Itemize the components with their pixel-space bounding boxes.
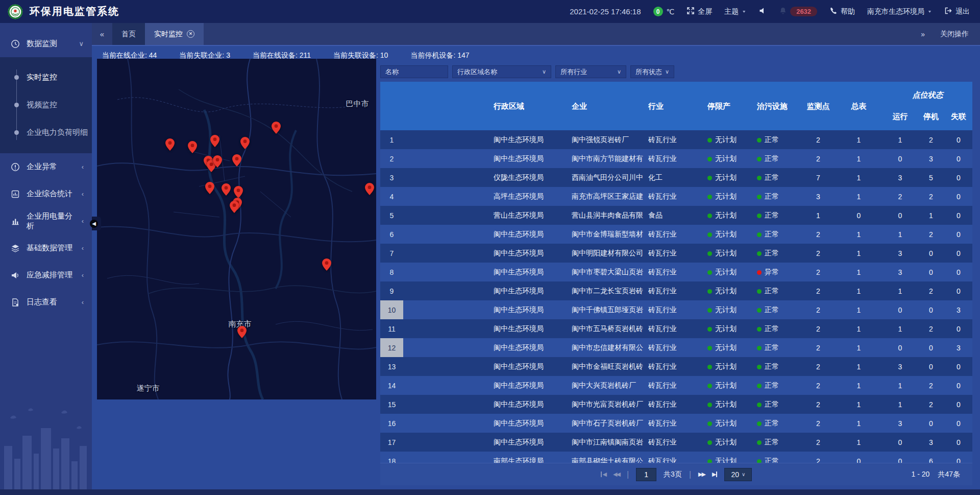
status-dot-icon <box>757 232 762 237</box>
map-pin-icon[interactable] <box>232 154 241 167</box>
table-row[interactable]: 2阆中生态环境局阆中市南方节能建材有砖瓦行业无计划正常21030 <box>380 149 972 168</box>
table-row[interactable]: 15阆中生态环境局阆中市光富页岩机砖厂砖瓦行业无计划正常21120 <box>380 395 972 414</box>
cell-points: 2 <box>802 155 835 163</box>
cell-lost: 0 <box>945 363 972 371</box>
map-pin-icon[interactable] <box>322 258 331 271</box>
tabs-scroll-right-icon[interactable]: » <box>921 30 925 38</box>
table-row[interactable]: 8阆中生态环境局阆中市枣碧大梁山页岩砖瓦行业无计划异常21300 <box>380 263 972 281</box>
chevron-left-icon: ‹ <box>82 190 84 198</box>
map-pin-icon[interactable] <box>205 182 214 194</box>
sidebar-subitem[interactable]: 企业电力负荷明细 <box>0 119 92 146</box>
cell-points: 7 <box>802 174 835 182</box>
cell-limit-status: 无计划 <box>707 287 757 296</box>
chevron-left-icon: ‹ <box>82 163 84 171</box>
status-dot-icon <box>707 403 712 407</box>
map-pin-icon[interactable] <box>237 326 247 338</box>
map-canvas[interactable]: 巴中市南充市遂宁市 <box>97 59 376 399</box>
mute-button[interactable] <box>758 7 767 16</box>
cell-limit-status: 无计划 <box>707 192 757 201</box>
sidebar-item[interactable]: 企业异常‹ <box>0 153 92 180</box>
map-pin-icon[interactable] <box>230 201 239 213</box>
prev-page-icon[interactable]: ◀◀ <box>613 471 620 478</box>
next-page-icon[interactable]: ▶▶ <box>698 471 705 478</box>
status-select[interactable]: 所有状态∨ <box>630 65 674 78</box>
sidebar-item[interactable]: 基础数据管理‹ <box>0 234 92 262</box>
name-search-input[interactable] <box>380 65 448 78</box>
sidebar-item[interactable]: 企业用电量分析‹ <box>0 207 92 234</box>
cell-region: 阆中生态环境局 <box>403 135 572 145</box>
cell-run: 1 <box>883 325 917 333</box>
sidebar-submenu: 实时监控视频监控企业电力负荷明细 <box>0 57 92 153</box>
help-button[interactable]: 帮助 <box>829 7 855 16</box>
sidebar-item-label: 数据监测 <box>27 39 57 49</box>
sidebar-item[interactable]: 日志查看‹ <box>0 289 92 316</box>
table-row[interactable]: 9阆中生态环境局阆中市二龙长宝页岩砖砖瓦行业无计划正常21120 <box>380 281 972 300</box>
cell-region: 阆中生态环境局 <box>403 400 572 409</box>
table-row[interactable]: 6阆中生态环境局阆中市金博瑞新型墙材砖瓦行业无计划正常21120 <box>380 225 972 244</box>
table-row[interactable]: 5营山生态环境局营山县润丰肉食品有限食品无计划正常10010 <box>380 206 972 225</box>
map-pin-icon[interactable] <box>272 122 281 134</box>
cell-facility-status: 正常 <box>757 400 802 409</box>
map-pin-icon[interactable] <box>222 183 231 196</box>
table-row[interactable]: 4高坪生态环境局南充市高坪区王家店建砖瓦行业无计划正常31220 <box>380 187 972 206</box>
sidebar-item[interactable]: 数据监测∨ <box>0 30 92 57</box>
cell-points: 2 <box>802 268 835 276</box>
table-row[interactable]: 3仪陇生态环境局西南油气田分公司川中化工无计划正常71350 <box>380 168 972 187</box>
map-pin-icon[interactable] <box>365 183 374 195</box>
table-row[interactable]: 16阆中生态环境局阆中市石子页岩机砖厂砖瓦行业无计划正常21300 <box>380 414 972 433</box>
first-page-icon[interactable]: ◀ <box>601 471 606 478</box>
tab-close-icon[interactable]: ✕ <box>187 30 194 38</box>
sidebar-item[interactable]: 企业综合统计‹ <box>0 180 92 207</box>
sidebar-item[interactable]: 应急减排管理‹ <box>0 262 92 289</box>
cell-facility-status: 正常 <box>757 305 802 315</box>
sidebar-collapse-handle[interactable]: ◀ <box>92 217 101 230</box>
page-size-select[interactable]: 20∨ <box>724 468 752 481</box>
cell-stop: 3 <box>917 438 945 446</box>
tabs-scroll-left-icon[interactable]: « <box>92 23 112 45</box>
datetime: 2021-02-25 17:46:18 <box>570 7 641 16</box>
theme-dropdown[interactable]: 主题▼ <box>724 7 746 16</box>
notifications-button[interactable]: 2632 <box>779 7 817 16</box>
map-pin-icon[interactable] <box>165 138 175 151</box>
map-pin-icon[interactable] <box>188 141 197 153</box>
industry-select[interactable]: 所有行业∨ <box>555 65 626 78</box>
org-dropdown[interactable]: 南充市生态环境局▼ <box>867 7 932 16</box>
logout-button[interactable]: 退出 <box>944 7 970 16</box>
temperature: 0 ℃ <box>653 7 675 16</box>
map-pin-icon[interactable] <box>234 186 243 198</box>
cell-stop: 0 <box>917 363 945 371</box>
map-pin-icon[interactable] <box>240 137 250 149</box>
status-dot-icon <box>757 195 762 199</box>
status-dot-icon <box>757 214 762 218</box>
table-row[interactable]: 7阆中生态环境局阆中明阳建材有限公司砖瓦行业无计划正常21300 <box>380 244 972 263</box>
app-logo-icon <box>7 4 23 20</box>
row-index: 16 <box>380 414 403 433</box>
map-pin-icon[interactable] <box>210 135 219 147</box>
cell-limit-status: 无计划 <box>707 419 757 428</box>
cell-points: 2 <box>802 438 835 446</box>
cell-industry: 砖瓦行业 <box>648 249 707 258</box>
cell-facility-status: 正常 <box>757 192 802 201</box>
table-row[interactable]: 12阆中生态环境局阆中市忠信建材有限公砖瓦行业无计划正常21003 <box>380 338 972 357</box>
table-row[interactable]: 17阆中生态环境局阆中市江南镇阆南页岩砖瓦行业无计划正常21030 <box>380 433 972 452</box>
cell-meters: 0 <box>835 211 883 220</box>
region-select[interactable]: 行政区域名称∨ <box>452 65 551 78</box>
table-row[interactable]: 14阆中生态环境局阆中大兴页岩机砖厂砖瓦行业无计划正常21120 <box>380 376 972 395</box>
table-row[interactable]: 13阆中生态环境局阆中市金福旺页岩机砖砖瓦行业无计划正常21300 <box>380 357 972 376</box>
table-row[interactable]: 10阆中生态环境局阆中千佛镇五郎垭页岩砖瓦行业无计划正常21003 <box>380 300 972 319</box>
fullscreen-button[interactable]: 全屏 <box>687 7 712 16</box>
sidebar-subitem[interactable]: 实时监控 <box>0 63 92 91</box>
cell-run: 3 <box>883 419 917 428</box>
map-pin-icon[interactable] <box>213 155 222 168</box>
cell-run: 0 <box>883 155 917 163</box>
table-row[interactable]: 1阆中生态环境局阆中强锐页岩砖厂砖瓦行业无计划正常21120 <box>380 130 972 149</box>
page-number-input[interactable] <box>636 468 656 481</box>
table-row[interactable]: 11阆中生态环境局阆中市五马桥页岩机砖砖瓦行业无计划正常21120 <box>380 319 972 338</box>
tab-active[interactable]: 实时监控✕ <box>145 23 204 45</box>
cell-industry: 砖瓦行业 <box>648 419 707 428</box>
cell-points: 2 <box>802 344 835 352</box>
close-operations-button[interactable]: 关闭操作 <box>940 30 969 39</box>
last-page-icon[interactable]: ▶ <box>712 471 717 478</box>
tab-item[interactable]: 首页 <box>112 23 145 45</box>
sidebar-subitem[interactable]: 视频监控 <box>0 91 92 119</box>
